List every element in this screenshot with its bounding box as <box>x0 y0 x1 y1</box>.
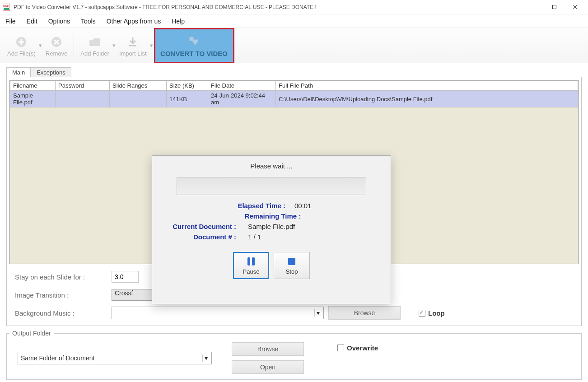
output-open-button[interactable]: Open <box>232 360 304 374</box>
add-folder-label: Add Folder <box>80 50 109 57</box>
checkbox-icon <box>419 310 425 317</box>
import-list-button[interactable]: Import List <box>117 33 149 58</box>
stop-icon <box>287 256 297 266</box>
svg-rect-14 <box>247 257 250 266</box>
cell-password <box>56 91 110 107</box>
menu-options[interactable]: Options <box>48 18 70 25</box>
maximize-button[interactable] <box>544 0 565 14</box>
import-list-label: Import List <box>119 50 147 57</box>
add-files-dropdown[interactable]: ▾ <box>38 42 43 49</box>
elapsed-value: 00:01 <box>294 202 312 210</box>
window-title: PDF to Video Converter V1.7 - softpcapps… <box>14 4 317 10</box>
svg-text:PDF: PDF <box>3 5 9 8</box>
window-controls <box>523 0 585 14</box>
cell-full-path: C:\Users\Dell\Desktop\VM\Uploading Docs\… <box>276 91 578 107</box>
remaining-label: Remaining Time : <box>245 212 305 220</box>
col-slide-ranges[interactable]: Slide Ranges <box>110 81 167 91</box>
import-list-dropdown[interactable]: ▾ <box>149 42 154 49</box>
stop-label: Stop <box>286 268 298 275</box>
cell-size: 141KB <box>167 91 208 107</box>
output-folder-value: Same Folder of Document <box>21 354 94 362</box>
add-files-label: Add File(s) <box>7 50 36 57</box>
bgmusic-combo[interactable]: ▾ <box>112 307 324 319</box>
stay-label: Stay on each Slide for : <box>12 273 107 281</box>
col-size[interactable]: Size (KB) <box>167 81 208 91</box>
svg-rect-16 <box>288 258 295 265</box>
progress-bar <box>177 177 366 195</box>
svg-rect-4 <box>552 5 556 9</box>
doc-num-label: Document # : <box>159 233 240 241</box>
convert-to-video-button[interactable]: CONVERT TO VIDEO <box>154 28 234 63</box>
stay-input[interactable] <box>112 271 139 283</box>
elapsed-label: Elapsed Time : <box>238 202 289 210</box>
svg-rect-15 <box>252 257 255 266</box>
cell-file-date: 24-Jun-2024 9:02:44 am <box>208 91 276 107</box>
menu-edit[interactable]: Edit <box>27 18 37 25</box>
transition-label: Image Transition : <box>12 291 107 299</box>
pause-icon <box>246 256 256 266</box>
add-files-button[interactable]: Add File(s) <box>5 33 38 58</box>
loop-checkbox[interactable]: Loop <box>419 309 445 317</box>
overwrite-label: Overwrite <box>347 344 378 352</box>
convert-arrow-icon <box>187 34 201 48</box>
title-bar: PDF PDF to Video Converter V1.7 - softpc… <box>0 0 588 14</box>
cell-slide-ranges <box>110 91 167 107</box>
stop-button[interactable]: Stop <box>274 252 310 279</box>
output-browse-button[interactable]: Browse <box>232 342 304 356</box>
add-folder-dropdown[interactable]: ▾ <box>112 42 117 49</box>
col-file-date[interactable]: File Date <box>208 81 276 91</box>
output-legend: Output Folder <box>9 330 54 337</box>
pause-button[interactable]: Pause <box>233 252 269 279</box>
dialog-title: Please wait ... <box>152 156 391 173</box>
progress-dialog: Please wait ... Elapsed Time : 00:01 Rem… <box>152 155 391 304</box>
add-folder-button[interactable]: Add Folder <box>78 33 112 58</box>
loop-label: Loop <box>428 309 445 317</box>
menu-help[interactable]: Help <box>172 18 185 25</box>
col-password[interactable]: Password <box>56 81 110 91</box>
app-icon: PDF <box>3 4 10 11</box>
table-header-row: Filename Password Slide Ranges Size (KB)… <box>10 81 578 91</box>
chevron-down-icon: ▾ <box>202 354 210 362</box>
transition-value: Crossf <box>115 289 133 297</box>
overwrite-checkbox[interactable]: Overwrite <box>337 344 378 352</box>
table-row[interactable]: Sample File.pdf 141KB 24-Jun-2024 9:02:4… <box>10 91 578 107</box>
col-filename[interactable]: Filename <box>10 81 56 91</box>
bgmusic-label: Background Music : <box>12 309 107 317</box>
menu-tools[interactable]: Tools <box>81 18 96 25</box>
menu-file[interactable]: File <box>5 18 16 25</box>
output-folder-group: Output Folder Same Folder of Document ▾ … <box>6 330 582 380</box>
import-icon <box>126 35 140 49</box>
add-icon <box>14 35 28 49</box>
menu-bar: File Edit Options Tools Other Apps from … <box>0 14 588 28</box>
checkbox-icon <box>337 345 344 351</box>
folder-icon <box>88 35 102 49</box>
remove-icon <box>49 35 64 49</box>
output-folder-combo[interactable]: Same Folder of Document ▾ <box>18 352 212 364</box>
pause-label: Pause <box>243 268 260 275</box>
tab-main[interactable]: Main <box>6 67 31 77</box>
bgmusic-browse-button[interactable]: Browse <box>328 306 401 320</box>
chevron-down-icon: ▾ <box>314 309 322 317</box>
tab-strip: Main Exceptions <box>6 67 588 77</box>
menu-other-apps[interactable]: Other Apps from us <box>107 18 161 25</box>
col-full-path[interactable]: Full File Path <box>276 81 578 91</box>
current-doc-value: Sample File.pdf <box>248 223 295 230</box>
toolbar-separator <box>74 34 74 57</box>
remove-button[interactable]: Remove <box>43 33 70 58</box>
doc-num-value: 1 / 1 <box>248 233 261 241</box>
convert-label: CONVERT TO VIDEO <box>160 50 228 57</box>
close-button[interactable] <box>565 0 585 14</box>
svg-rect-2 <box>4 8 9 10</box>
tab-exceptions[interactable]: Exceptions <box>31 67 71 77</box>
remove-label: Remove <box>46 50 67 57</box>
current-doc-label: Current Document : <box>159 223 240 230</box>
cell-filename: Sample File.pdf <box>10 91 56 107</box>
toolbar: Add File(s) ▾ Remove Add Folder ▾ Import… <box>0 28 588 63</box>
minimize-button[interactable] <box>523 0 544 14</box>
